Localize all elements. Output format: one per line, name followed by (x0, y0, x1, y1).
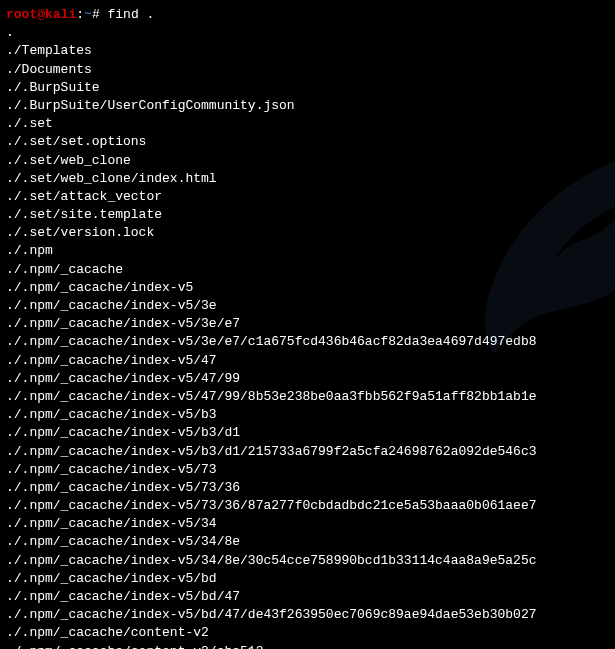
prompt-host: kali (45, 7, 76, 22)
output-line: ./.set/version.lock (6, 224, 609, 242)
output-line: ./.npm/_cacache/index-v5/3e (6, 297, 609, 315)
output-line: ./.npm/_cacache/index-v5/34 (6, 515, 609, 533)
output-line: ./.set (6, 115, 609, 133)
output-line: ./.npm/_cacache/content-v2/sha512 (6, 643, 609, 649)
prompt-user: root (6, 7, 37, 22)
command-text: find . (108, 7, 155, 22)
output-line: ./.BurpSuite/UserConfigCommunity.json (6, 97, 609, 115)
output-line: ./.npm/_cacache/index-v5/b3/d1 (6, 424, 609, 442)
prompt-hash: # (92, 7, 100, 22)
prompt-colon: : (76, 7, 84, 22)
output-line: ./.set/site.template (6, 206, 609, 224)
terminal-output[interactable]: root@kali:~# find . ../Templates./Docume… (6, 6, 609, 649)
output-line: ./.npm/_cacache/index-v5/bd/47 (6, 588, 609, 606)
output-line: ./.npm/_cacache/index-v5/3e/e7/c1a675fcd… (6, 333, 609, 351)
output-line: ./.set/web_clone/index.html (6, 170, 609, 188)
output-line: ./.set/web_clone (6, 152, 609, 170)
output-container: ../Templates./Documents./.BurpSuite./.Bu… (6, 24, 609, 649)
output-line: ./.npm/_cacache/index-v5/34/8e (6, 533, 609, 551)
output-line: ./.set/set.options (6, 133, 609, 151)
output-line: ./.npm/_cacache/index-v5/b3 (6, 406, 609, 424)
output-line: . (6, 24, 609, 42)
prompt-line: root@kali:~# find . (6, 6, 609, 24)
output-line: ./.npm/_cacache (6, 261, 609, 279)
output-line: ./.npm/_cacache/index-v5/bd/47/de43f2639… (6, 606, 609, 624)
prompt-at: @ (37, 7, 45, 22)
output-line: ./.npm/_cacache/index-v5/3e/e7 (6, 315, 609, 333)
output-line: ./.npm/_cacache/index-v5/b3/d1/215733a67… (6, 443, 609, 461)
output-line: ./.npm/_cacache/index-v5/73/36 (6, 479, 609, 497)
output-line: ./.BurpSuite (6, 79, 609, 97)
output-line: ./.npm/_cacache/index-v5/47/99/8b53e238b… (6, 388, 609, 406)
output-line: ./.npm/_cacache/index-v5/47/99 (6, 370, 609, 388)
output-line: ./.set/attack_vector (6, 188, 609, 206)
prompt-path: ~ (84, 7, 92, 22)
output-line: ./.npm/_cacache/index-v5/47 (6, 352, 609, 370)
output-line: ./.npm/_cacache/index-v5/73/36/87a277f0c… (6, 497, 609, 515)
output-line: ./.npm/_cacache/index-v5/73 (6, 461, 609, 479)
output-line: ./Templates (6, 42, 609, 60)
output-line: ./.npm/_cacache/index-v5/34/8e/30c54cce7… (6, 552, 609, 570)
output-line: ./.npm/_cacache/index-v5/bd (6, 570, 609, 588)
output-line: ./.npm/_cacache/index-v5 (6, 279, 609, 297)
output-line: ./.npm/_cacache/content-v2 (6, 624, 609, 642)
output-line: ./.npm (6, 242, 609, 260)
output-line: ./Documents (6, 61, 609, 79)
